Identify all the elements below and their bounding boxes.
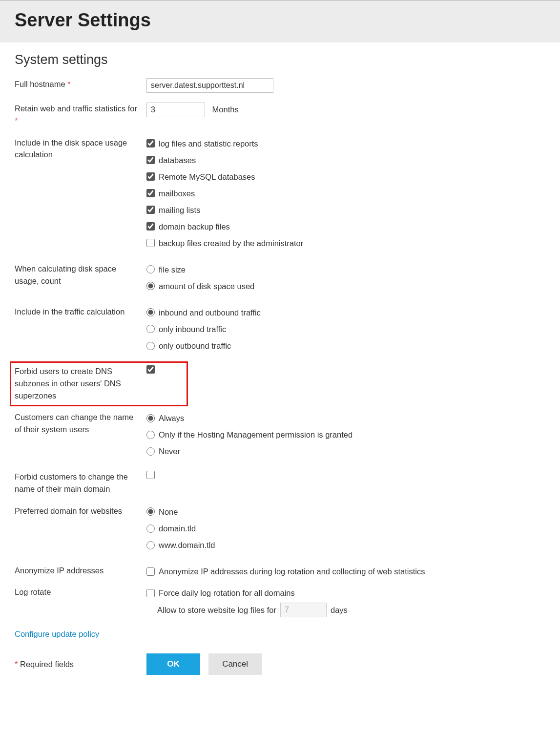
months-unit-label: Months	[212, 105, 239, 114]
lbl-mailing-lists: mailing lists	[159, 203, 200, 217]
chk-forbid-dns[interactable]	[146, 365, 155, 374]
chk-remote-mysql[interactable]	[146, 172, 155, 181]
lbl-traffic-both: inbound and outbound traffic	[159, 306, 261, 319]
lbl-rename-never: Never	[159, 444, 180, 458]
radio-traffic-inbound[interactable]	[146, 325, 155, 333]
chk-forbid-main[interactable]	[146, 471, 155, 479]
radio-rename-never[interactable]	[146, 447, 155, 456]
required-fields-note: * Required fields	[15, 660, 146, 669]
label-diskspace: Include in the disk space usage calculat…	[15, 137, 146, 161]
row-anonymize: Anonymize IP addresses Anonymize IP addr…	[15, 565, 545, 581]
days-unit-label: days	[331, 606, 348, 615]
log-days-input	[280, 603, 327, 617]
lbl-pref-none: None	[159, 505, 178, 519]
label-traffic: Include in the traffic calculation	[15, 306, 146, 318]
row-hostname: Full hostname *	[15, 78, 545, 93]
lbl-logrotate-opt: Force daily log rotation for all domains	[159, 586, 295, 600]
row-logrotate: Log rotate Force daily log rotation for …	[15, 586, 545, 617]
lbl-anonymize-opt: Anonymize IP addresses during log rotati…	[159, 565, 425, 578]
row-forbid-dns: Forbid users to create DNS subzones in o…	[15, 365, 545, 401]
row-forbid-main: Forbid customers to change the name of t…	[15, 471, 545, 495]
radio-traffic-both[interactable]	[146, 308, 155, 316]
radio-pref-none[interactable]	[146, 507, 155, 516]
chk-logfiles[interactable]	[146, 139, 155, 147]
lbl-disk-used: amount of disk space used	[159, 279, 254, 293]
configure-update-link[interactable]: Configure update policy	[15, 629, 99, 638]
label-forbid-dns: Forbid users to create DNS subzones in o…	[15, 365, 146, 401]
chk-mailboxes[interactable]	[146, 189, 155, 197]
label-log-allow: Allow to store website log files for	[157, 606, 276, 615]
label-hostname: Full hostname *	[15, 78, 146, 90]
label-logrotate: Log rotate	[15, 586, 146, 598]
label-cust-rename: Customers can change the name of their s…	[15, 411, 146, 436]
label-retain: Retain web and traffic statistics for *	[15, 103, 146, 127]
row-diskcount: When calculating disk space usage, count…	[15, 263, 545, 296]
lbl-pref-www: www.domain.tld	[159, 538, 215, 552]
section-title: System settings	[15, 52, 545, 67]
ok-button[interactable]: OK	[146, 653, 200, 675]
label-diskcount: When calculating disk space usage, count	[15, 263, 146, 287]
lbl-logfiles: log files and statistic reports	[159, 137, 258, 150]
hostname-input[interactable]	[146, 78, 273, 93]
lbl-file-size: file size	[159, 263, 186, 276]
row-retain: Retain web and traffic statistics for * …	[15, 103, 545, 127]
radio-file-size[interactable]	[146, 265, 155, 273]
required-star: *	[67, 80, 70, 88]
radio-rename-perm[interactable]	[146, 431, 155, 439]
cancel-button[interactable]: Cancel	[208, 653, 262, 675]
lbl-rename-always: Always	[159, 411, 184, 425]
footer-row: * Required fields OK Cancel	[15, 653, 545, 675]
page-header: Server Settings	[0, 0, 560, 42]
row-traffic: Include in the traffic calculation inbou…	[15, 306, 545, 356]
lbl-domain-backup: domain backup files	[159, 220, 230, 233]
required-star: *	[15, 116, 18, 125]
label-anonymize: Anonymize IP addresses	[15, 565, 146, 577]
lbl-traffic-inbound: only inbound traffic	[159, 322, 226, 336]
lbl-traffic-outbound: only outbound traffic	[159, 339, 231, 353]
label-forbid-main: Forbid customers to change the name of t…	[15, 471, 146, 495]
content-area: System settings Full hostname * Retain w…	[0, 42, 560, 690]
radio-pref-domain[interactable]	[146, 524, 155, 533]
chk-domain-backup[interactable]	[146, 222, 155, 231]
chk-databases[interactable]	[146, 156, 155, 164]
row-pref-domain: Preferred domain for websites None domai…	[15, 505, 545, 555]
radio-disk-used[interactable]	[146, 282, 155, 290]
lbl-remote-mysql: Remote MySQL databases	[159, 170, 255, 184]
row-diskspace: Include in the disk space usage calculat…	[15, 137, 545, 253]
chk-logrotate[interactable]	[146, 589, 155, 597]
lbl-admin-backup: backup files created by the administrato…	[159, 236, 303, 250]
lbl-pref-domain: domain.tld	[159, 522, 196, 535]
label-pref-domain: Preferred domain for websites	[15, 505, 146, 517]
lbl-mailboxes: mailboxes	[159, 187, 195, 200]
chk-anonymize[interactable]	[146, 567, 155, 576]
row-cust-rename: Customers can change the name of their s…	[15, 411, 545, 461]
lbl-databases: databases	[159, 153, 196, 167]
lbl-rename-perm: Only if the Hosting Management permissio…	[159, 428, 353, 441]
radio-pref-www[interactable]	[146, 541, 155, 549]
page-title: Server Settings	[15, 10, 545, 31]
chk-mailing-lists[interactable]	[146, 206, 155, 214]
radio-rename-always[interactable]	[146, 414, 155, 422]
chk-admin-backup[interactable]	[146, 239, 155, 247]
retain-months-input[interactable]	[146, 103, 205, 117]
radio-traffic-outbound[interactable]	[146, 342, 155, 350]
